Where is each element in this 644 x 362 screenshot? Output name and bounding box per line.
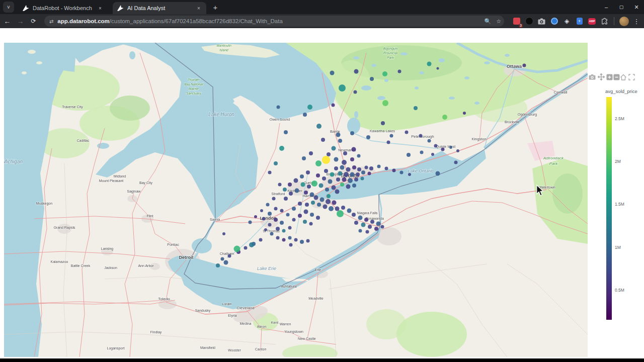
data-point[interactable] bbox=[259, 238, 263, 242]
data-point[interactable] bbox=[304, 191, 308, 195]
data-point[interactable] bbox=[370, 77, 374, 81]
data-point[interactable] bbox=[314, 196, 318, 200]
data-point[interactable] bbox=[368, 225, 372, 229]
data-point[interactable] bbox=[385, 167, 388, 170]
data-point[interactable] bbox=[381, 225, 384, 229]
data-point[interactable] bbox=[361, 223, 366, 227]
data-point[interactable] bbox=[244, 246, 248, 250]
data-point[interactable] bbox=[279, 146, 284, 151]
data-point[interactable] bbox=[282, 238, 286, 242]
data-point[interactable] bbox=[340, 165, 345, 170]
data-point[interactable] bbox=[298, 202, 302, 206]
data-point[interactable] bbox=[309, 222, 313, 226]
data-point[interactable] bbox=[322, 156, 330, 164]
data-point[interactable] bbox=[431, 153, 434, 156]
data-point[interactable] bbox=[346, 185, 351, 189]
data-point[interactable] bbox=[292, 207, 296, 211]
data-point[interactable] bbox=[294, 238, 298, 242]
data-point[interactable] bbox=[298, 214, 302, 218]
data-point[interactable] bbox=[306, 170, 310, 174]
data-point[interactable] bbox=[317, 203, 321, 207]
data-point[interactable] bbox=[348, 178, 353, 183]
data-point[interactable] bbox=[347, 209, 352, 213]
data-point[interactable] bbox=[357, 154, 361, 158]
data-point[interactable] bbox=[370, 220, 374, 224]
browser-menu-icon[interactable]: ⋮ bbox=[632, 18, 641, 25]
pan-icon[interactable] bbox=[597, 73, 606, 81]
data-point[interactable] bbox=[276, 227, 280, 231]
data-point[interactable] bbox=[358, 216, 363, 220]
back-button[interactable]: ← bbox=[2, 15, 13, 27]
reload-button[interactable]: ⟳ bbox=[28, 15, 39, 27]
data-point[interactable] bbox=[319, 184, 324, 188]
data-point[interactable] bbox=[268, 171, 272, 174]
data-point[interactable] bbox=[332, 186, 336, 190]
data-point[interactable] bbox=[221, 257, 224, 261]
reset-view-home-icon[interactable] bbox=[620, 73, 627, 81]
data-point[interactable] bbox=[288, 236, 292, 240]
data-point[interactable] bbox=[274, 218, 278, 222]
data-point[interactable] bbox=[366, 230, 369, 234]
data-point[interactable] bbox=[328, 179, 333, 184]
data-point[interactable] bbox=[234, 246, 240, 252]
maximize-button[interactable]: ▢ bbox=[614, 0, 629, 14]
minimize-button[interactable]: – bbox=[599, 0, 614, 14]
data-point[interactable] bbox=[382, 100, 388, 106]
data-point[interactable] bbox=[359, 229, 362, 233]
tab-ai-data-analyst[interactable]: AI Data Analyst × bbox=[113, 2, 206, 14]
data-point[interactable] bbox=[332, 146, 336, 151]
data-point[interactable] bbox=[316, 173, 320, 177]
data-point[interactable] bbox=[441, 148, 445, 151]
download-png-icon[interactable] bbox=[588, 73, 597, 81]
data-point[interactable] bbox=[310, 193, 314, 197]
data-point[interactable] bbox=[327, 152, 331, 156]
data-point[interactable] bbox=[294, 178, 298, 183]
site-info-icon[interactable]: ⇄ bbox=[49, 19, 53, 24]
extension-blue-plus-icon[interactable]: + bbox=[575, 17, 584, 26]
data-point[interactable] bbox=[322, 176, 326, 180]
data-point[interactable] bbox=[309, 151, 313, 155]
data-point[interactable] bbox=[262, 217, 266, 221]
extension-abp-icon[interactable]: ABP bbox=[587, 17, 597, 26]
data-point[interactable] bbox=[350, 172, 355, 177]
data-point[interactable] bbox=[336, 133, 341, 137]
data-point[interactable] bbox=[337, 210, 344, 217]
data-point[interactable] bbox=[419, 134, 423, 138]
extension-diamond-icon[interactable]: ◈ bbox=[562, 17, 572, 26]
extension-dark-circle-icon[interactable] bbox=[524, 17, 534, 26]
data-point[interactable] bbox=[354, 177, 358, 182]
tab-close-icon[interactable]: × bbox=[195, 5, 202, 12]
data-point[interactable] bbox=[334, 166, 338, 170]
data-point[interactable] bbox=[392, 169, 396, 172]
data-point[interactable] bbox=[303, 113, 307, 117]
data-point[interactable] bbox=[354, 221, 358, 225]
data-point[interactable] bbox=[222, 232, 225, 235]
data-point[interactable] bbox=[420, 151, 424, 154]
map-plot[interactable]: TorontoBramptonNewmarketBarrieOwen Sound… bbox=[4, 43, 588, 357]
data-point[interactable] bbox=[340, 183, 344, 187]
close-button[interactable]: ✕ bbox=[629, 0, 644, 14]
data-point[interactable] bbox=[338, 139, 342, 143]
extension-camera-icon[interactable] bbox=[537, 17, 546, 26]
data-point[interactable] bbox=[268, 212, 272, 216]
tab-close-icon[interactable]: × bbox=[97, 5, 104, 12]
data-point[interactable] bbox=[324, 169, 328, 173]
data-point[interactable] bbox=[300, 240, 304, 244]
data-point[interactable] bbox=[307, 185, 311, 189]
data-point[interactable] bbox=[357, 167, 361, 171]
map-canvas[interactable]: TorontoBramptonNewmarketBarrieOwen Sound… bbox=[4, 43, 588, 357]
zoom-out-icon[interactable] bbox=[613, 73, 620, 81]
data-point[interactable] bbox=[335, 190, 340, 194]
data-point[interactable] bbox=[327, 194, 331, 198]
data-point[interactable] bbox=[292, 218, 296, 222]
data-point[interactable] bbox=[381, 121, 385, 125]
data-point[interactable] bbox=[288, 183, 292, 187]
data-point[interactable] bbox=[523, 64, 526, 67]
data-point[interactable] bbox=[437, 67, 439, 70]
data-point[interactable] bbox=[284, 130, 288, 134]
data-point[interactable] bbox=[280, 221, 284, 225]
data-point[interactable] bbox=[332, 104, 335, 107]
data-point[interactable] bbox=[334, 157, 339, 162]
data-point[interactable] bbox=[320, 198, 325, 202]
data-point[interactable] bbox=[341, 206, 345, 210]
